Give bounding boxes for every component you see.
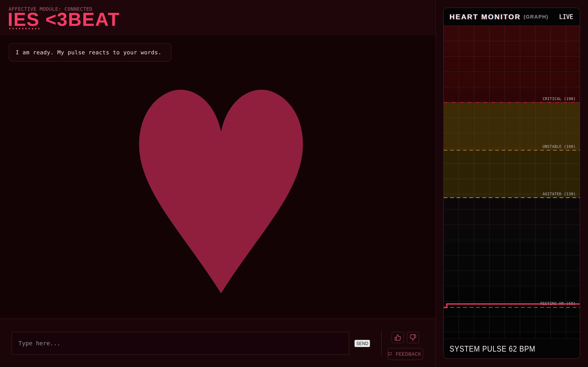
monitor-footer: SYSTEM PULSE 62 BPM — [444, 339, 580, 359]
system-pulse-readout: SYSTEM PULSE 62 BPM — [450, 344, 535, 353]
assistant-message-text: I am ready. My pulse reacts to your word… — [16, 49, 161, 56]
composer-bar: SEND FEEDBACK — [0, 319, 435, 367]
composer-divider — [381, 331, 381, 356]
send-button[interactable]: SEND — [355, 340, 370, 347]
thumbs-up-button[interactable] — [392, 332, 404, 343]
monitor-subtitle: (GRAPH) — [524, 14, 548, 20]
heart-monitor-panel: HEART MONITOR (GRAPH) LIVE CRITICAL (190… — [443, 8, 580, 359]
heart-icon — [133, 79, 309, 295]
monitor-title: HEART MONITOR — [450, 13, 521, 21]
message-square-icon — [388, 351, 392, 357]
thumbs-down-icon — [410, 334, 416, 341]
stage: I am ready. My pulse reacts to your word… — [0, 35, 435, 319]
monitor-column: HEART MONITOR (GRAPH) LIVE CRITICAL (190… — [435, 0, 588, 367]
thumbs-down-button[interactable] — [407, 332, 419, 343]
logo-dotted-underline — [8, 27, 41, 30]
feedback-button-label: FEEDBACK — [396, 351, 421, 357]
assistant-message-bubble: I am ready. My pulse reacts to your word… — [9, 43, 171, 61]
message-input[interactable] — [12, 332, 349, 355]
heart-avatar — [133, 79, 309, 295]
pulse-line — [444, 25, 580, 339]
topbar: AFFECTIVE MODULE: CONNECTED IES <3BEAT — [0, 0, 435, 35]
monitor-header: HEART MONITOR (GRAPH) LIVE — [444, 8, 580, 25]
live-badge: LIVE — [559, 13, 573, 20]
send-button-label: SEND — [356, 341, 368, 346]
heart-rate-graph: CRITICAL (190) UNSTABLE (160) AGITATED (… — [444, 25, 580, 339]
main-area: AFFECTIVE MODULE: CONNECTED IES <3BEAT I… — [0, 0, 435, 367]
app-logo: IES <3BEAT — [8, 10, 120, 29]
thumbs-up-icon — [394, 334, 401, 341]
feedback-button[interactable]: FEEDBACK — [388, 348, 423, 360]
